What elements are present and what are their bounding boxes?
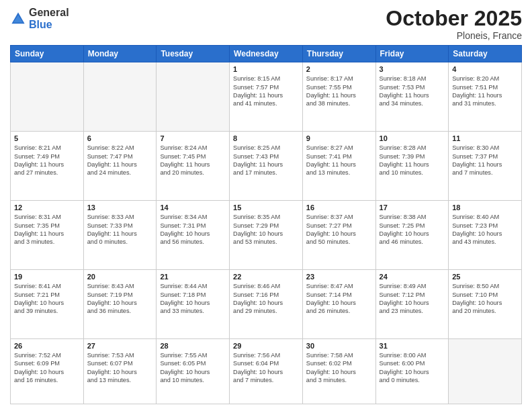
day-info: Sunrise: 8:31 AM Sunset: 7:35 PM Dayligh…: [14, 213, 80, 246]
day-number: 11: [452, 134, 518, 142]
calendar-cell: 2Sunrise: 8:17 AM Sunset: 7:55 PM Daylig…: [302, 62, 375, 132]
calendar-cell: 13Sunrise: 8:33 AM Sunset: 7:33 PM Dayli…: [83, 201, 157, 270]
calendar-cell: 16Sunrise: 8:37 AM Sunset: 7:27 PM Dayli…: [302, 201, 375, 270]
day-number: 9: [306, 134, 372, 142]
day-info: Sunrise: 8:43 AM Sunset: 7:19 PM Dayligh…: [87, 282, 153, 316]
day-info: Sunrise: 8:15 AM Sunset: 7:57 PM Dayligh…: [233, 75, 299, 108]
day-number: 16: [306, 203, 372, 212]
calendar-week-2: 5Sunrise: 8:21 AM Sunset: 7:49 PM Daylig…: [11, 132, 522, 201]
day-number: 17: [380, 203, 445, 212]
calendar-cell: [449, 339, 522, 404]
day-number: 10: [380, 134, 445, 142]
day-number: 15: [233, 203, 299, 212]
day-number: 5: [14, 134, 80, 142]
day-info: Sunrise: 8:00 AM Sunset: 6:00 PM Dayligh…: [380, 351, 445, 385]
day-number: 19: [14, 273, 80, 281]
day-info: Sunrise: 8:34 AM Sunset: 7:31 PM Dayligh…: [160, 213, 226, 246]
calendar-cell: 11Sunrise: 8:30 AM Sunset: 7:37 PM Dayli…: [449, 132, 522, 201]
day-info: Sunrise: 8:30 AM Sunset: 7:37 PM Dayligh…: [452, 144, 518, 177]
calendar-cell: 24Sunrise: 8:49 AM Sunset: 7:12 PM Dayli…: [375, 270, 449, 339]
day-number: 27: [87, 342, 153, 350]
calendar-cell: 23Sunrise: 8:47 AM Sunset: 7:14 PM Dayli…: [302, 270, 375, 339]
day-info: Sunrise: 8:17 AM Sunset: 7:55 PM Dayligh…: [306, 75, 372, 108]
day-number: 4: [452, 65, 518, 73]
day-info: Sunrise: 8:37 AM Sunset: 7:27 PM Dayligh…: [306, 213, 372, 246]
day-info: Sunrise: 8:49 AM Sunset: 7:12 PM Dayligh…: [380, 282, 445, 316]
calendar-cell: 25Sunrise: 8:50 AM Sunset: 7:10 PM Dayli…: [449, 270, 522, 339]
calendar-cell: [11, 62, 84, 132]
calendar-cell: 14Sunrise: 8:34 AM Sunset: 7:31 PM Dayli…: [157, 201, 230, 270]
day-info: Sunrise: 7:52 AM Sunset: 6:09 PM Dayligh…: [14, 351, 80, 385]
day-number: 12: [14, 203, 80, 212]
day-info: Sunrise: 8:27 AM Sunset: 7:41 PM Dayligh…: [306, 144, 372, 177]
day-info: Sunrise: 8:38 AM Sunset: 7:25 PM Dayligh…: [380, 213, 445, 246]
title-block: October 2025 Ploneis, France: [386, 7, 522, 41]
day-info: Sunrise: 8:46 AM Sunset: 7:16 PM Dayligh…: [233, 282, 299, 316]
day-info: Sunrise: 8:33 AM Sunset: 7:33 PM Dayligh…: [87, 213, 153, 246]
calendar-cell: 20Sunrise: 8:43 AM Sunset: 7:19 PM Dayli…: [83, 270, 157, 339]
day-info: Sunrise: 8:44 AM Sunset: 7:18 PM Dayligh…: [160, 282, 226, 316]
calendar-week-1: 1Sunrise: 8:15 AM Sunset: 7:57 PM Daylig…: [11, 62, 522, 132]
calendar-cell: 31Sunrise: 8:00 AM Sunset: 6:00 PM Dayli…: [375, 339, 449, 404]
day-number: 8: [233, 134, 299, 142]
day-info: Sunrise: 8:50 AM Sunset: 7:10 PM Dayligh…: [452, 282, 518, 316]
location: Ploneis, France: [386, 30, 522, 41]
day-info: Sunrise: 7:56 AM Sunset: 6:04 PM Dayligh…: [233, 351, 299, 385]
day-info: Sunrise: 8:28 AM Sunset: 7:39 PM Dayligh…: [380, 144, 445, 177]
calendar-cell: [83, 62, 157, 132]
day-number: 25: [452, 273, 518, 281]
weekday-header-tuesday: Tuesday: [157, 46, 230, 62]
day-number: 14: [160, 203, 226, 212]
day-info: Sunrise: 8:40 AM Sunset: 7:23 PM Dayligh…: [452, 213, 518, 246]
calendar-cell: 5Sunrise: 8:21 AM Sunset: 7:49 PM Daylig…: [11, 132, 84, 201]
day-number: 2: [306, 65, 372, 73]
weekday-header-thursday: Thursday: [302, 46, 375, 62]
weekday-header-sunday: Sunday: [11, 46, 84, 62]
day-info: Sunrise: 8:25 AM Sunset: 7:43 PM Dayligh…: [233, 144, 299, 177]
calendar-cell: 1Sunrise: 8:15 AM Sunset: 7:57 PM Daylig…: [230, 62, 303, 132]
day-number: 28: [160, 342, 226, 350]
logo-blue-text: Blue: [29, 19, 52, 30]
calendar-cell: [157, 62, 230, 132]
day-number: 6: [87, 134, 153, 142]
calendar-cell: 10Sunrise: 8:28 AM Sunset: 7:39 PM Dayli…: [375, 132, 449, 201]
calendar-cell: 15Sunrise: 8:35 AM Sunset: 7:29 PM Dayli…: [230, 201, 303, 270]
calendar-week-5: 26Sunrise: 7:52 AM Sunset: 6:09 PM Dayli…: [11, 339, 522, 404]
weekday-header-saturday: Saturday: [449, 46, 522, 62]
day-info: Sunrise: 7:58 AM Sunset: 6:02 PM Dayligh…: [306, 351, 372, 385]
calendar-cell: 18Sunrise: 8:40 AM Sunset: 7:23 PM Dayli…: [449, 201, 522, 270]
weekday-header-monday: Monday: [83, 46, 157, 62]
day-number: 20: [87, 273, 153, 281]
calendar-cell: 9Sunrise: 8:27 AM Sunset: 7:41 PM Daylig…: [302, 132, 375, 201]
day-info: Sunrise: 7:55 AM Sunset: 6:05 PM Dayligh…: [160, 351, 226, 385]
calendar-cell: 3Sunrise: 8:18 AM Sunset: 7:53 PM Daylig…: [375, 62, 449, 132]
calendar-cell: 19Sunrise: 8:41 AM Sunset: 7:21 PM Dayli…: [11, 270, 84, 339]
day-info: Sunrise: 8:47 AM Sunset: 7:14 PM Dayligh…: [306, 282, 372, 316]
day-number: 31: [380, 342, 445, 350]
day-number: 7: [160, 134, 226, 142]
calendar-cell: 6Sunrise: 8:22 AM Sunset: 7:47 PM Daylig…: [83, 132, 157, 201]
calendar-cell: 21Sunrise: 8:44 AM Sunset: 7:18 PM Dayli…: [157, 270, 230, 339]
calendar-cell: 7Sunrise: 8:24 AM Sunset: 7:45 PM Daylig…: [157, 132, 230, 201]
logo-general-text: General: [29, 7, 69, 18]
day-info: Sunrise: 7:53 AM Sunset: 6:07 PM Dayligh…: [87, 351, 153, 385]
calendar-cell: 28Sunrise: 7:55 AM Sunset: 6:05 PM Dayli…: [157, 339, 230, 404]
day-number: 23: [306, 273, 372, 281]
calendar-cell: 22Sunrise: 8:46 AM Sunset: 7:16 PM Dayli…: [230, 270, 303, 339]
weekday-header-row: SundayMondayTuesdayWednesdayThursdayFrid…: [11, 46, 522, 62]
day-info: Sunrise: 8:22 AM Sunset: 7:47 PM Dayligh…: [87, 144, 153, 177]
calendar-cell: 12Sunrise: 8:31 AM Sunset: 7:35 PM Dayli…: [11, 201, 84, 270]
calendar-table: SundayMondayTuesdayWednesdayThursdayFrid…: [10, 45, 522, 404]
calendar-cell: 8Sunrise: 8:25 AM Sunset: 7:43 PM Daylig…: [230, 132, 303, 201]
day-info: Sunrise: 8:41 AM Sunset: 7:21 PM Dayligh…: [14, 282, 80, 316]
calendar-cell: 4Sunrise: 8:20 AM Sunset: 7:51 PM Daylig…: [449, 62, 522, 132]
day-number: 18: [452, 203, 518, 212]
logo-icon: [10, 11, 26, 27]
header: General Blue October 2025 Ploneis, Franc…: [10, 7, 522, 41]
day-number: 22: [233, 273, 299, 281]
calendar-cell: 27Sunrise: 7:53 AM Sunset: 6:07 PM Dayli…: [83, 339, 157, 404]
day-info: Sunrise: 8:18 AM Sunset: 7:53 PM Dayligh…: [380, 75, 445, 108]
day-number: 29: [233, 342, 299, 350]
day-number: 24: [380, 273, 445, 281]
weekday-header-wednesday: Wednesday: [230, 46, 303, 62]
